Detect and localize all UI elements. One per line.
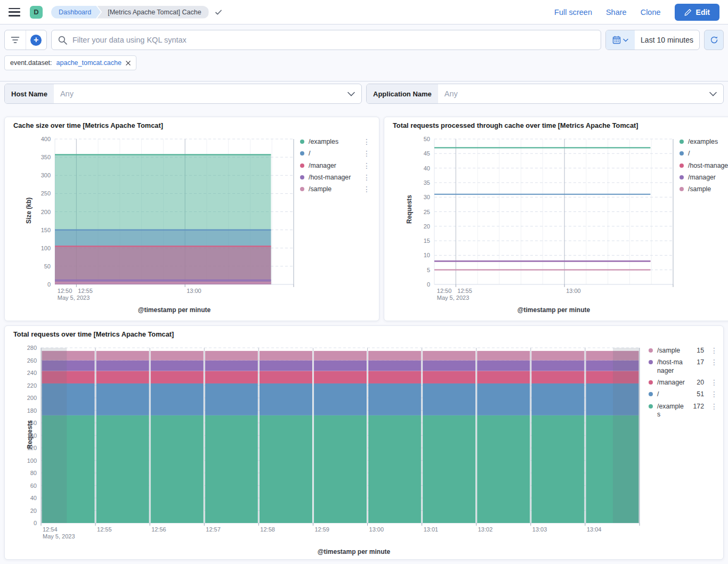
svg-text:200: 200 [41, 209, 51, 215]
legend-actions-icon[interactable]: ⋮ [708, 403, 718, 410]
legend-item[interactable]: /sample15⋮ [649, 347, 718, 355]
svg-text:13:00: 13:00 [566, 288, 581, 294]
svg-text:12:59: 12:59 [314, 526, 329, 533]
legend-actions-icon[interactable]: ⋮ [361, 162, 370, 169]
edit-button[interactable]: Edit [675, 4, 719, 21]
refresh-button[interactable] [704, 30, 724, 50]
panel-title[interactable]: Cache size over time [Metrics Apache Tom… [13, 121, 370, 129]
legend-actions-icon[interactable]: ⋮ [361, 174, 370, 181]
legend-label: /host-manager [688, 162, 728, 170]
total-requests-chart-canvas[interactable]: 0204060801001201401601802002202402602801… [13, 345, 649, 546]
legend-item[interactable]: /⋮ [300, 150, 370, 158]
svg-text:20: 20 [30, 508, 37, 514]
legend-actions-icon[interactable]: ⋮ [708, 358, 718, 366]
top-navigation-bar: D Dashboard [Metrics Apache Tomcat] Cach… [0, 0, 728, 24]
kql-query-bar[interactable] [51, 30, 601, 50]
time-range-picker: Last 10 minutes [605, 30, 700, 50]
svg-text:260: 260 [27, 357, 37, 364]
svg-text:80: 80 [30, 470, 37, 476]
breadcrumb-dashboard[interactable]: Dashboard [51, 6, 101, 19]
legend-item[interactable]: /manager⋮ [300, 162, 370, 170]
close-icon[interactable] [126, 61, 131, 66]
legend-item[interactable]: /examples172⋮ [649, 403, 718, 419]
legend-item[interactable]: /manager20⋮ [649, 379, 718, 387]
kql-query-input[interactable] [72, 36, 594, 44]
legend-value: 15 [690, 347, 704, 354]
panel-title[interactable]: Total requests over time [Metrics Apache… [13, 330, 715, 338]
breadcrumb-current-page[interactable]: [Metrics Apache Tomcat] Cache [97, 6, 209, 19]
breadcrumb: Dashboard [Metrics Apache Tomcat] Cache [51, 6, 223, 19]
legend-item[interactable]: /sample⋮ [680, 185, 728, 193]
space-avatar[interactable]: D [30, 6, 43, 19]
legend-label: /manager [688, 174, 728, 182]
panel-title[interactable]: Total requests processed through cache o… [393, 121, 728, 129]
legend-item[interactable]: /host-manager17⋮ [649, 358, 718, 375]
time-range-value[interactable]: Last 10 minutes [635, 30, 699, 50]
chevron-down-icon [623, 38, 628, 42]
svg-text:0: 0 [34, 520, 37, 526]
svg-text:45: 45 [424, 150, 430, 157]
legend-item[interactable]: /host-manager⋮ [300, 174, 370, 182]
legend-color-dot [680, 187, 684, 191]
svg-text:60: 60 [30, 483, 37, 489]
date-quick-menu-button[interactable] [606, 30, 635, 50]
share-link[interactable]: Share [606, 8, 627, 17]
cache-requests-chart-canvas[interactable]: 0510152025303540455012:50May 5, 202312:5… [407, 136, 680, 304]
cache-size-chart-canvas[interactable]: 05010015020025030035040012:50May 5, 2023… [27, 136, 300, 304]
svg-text:13:03: 13:03 [532, 526, 547, 533]
legend-actions-icon[interactable]: ⋮ [708, 379, 718, 386]
clone-link[interactable]: Clone [641, 8, 661, 17]
svg-text:25: 25 [424, 209, 430, 215]
legend-actions-icon[interactable]: ⋮ [361, 138, 370, 145]
legend-item[interactable]: /⋮ [680, 150, 728, 158]
application-name-label: Application Name [367, 84, 438, 103]
menu-icon[interactable] [9, 8, 20, 17]
y-axis-title: Requests [26, 420, 34, 449]
svg-text:35: 35 [424, 179, 430, 186]
filter-pill-field: event.dataset: [10, 59, 52, 67]
legend-item[interactable]: /sample⋮ [300, 185, 370, 193]
panel-cache-requests: Total requests processed through cache o… [384, 117, 728, 321]
host-name-control[interactable]: Host Name Any [4, 84, 362, 104]
svg-text:13:01: 13:01 [424, 526, 439, 533]
legend-actions-icon[interactable]: ⋮ [361, 150, 370, 157]
application-name-control[interactable]: Application Name Any [366, 84, 724, 104]
svg-text:12:55: 12:55 [97, 526, 112, 533]
svg-text:15: 15 [424, 238, 430, 244]
legend-actions-icon[interactable]: ⋮ [708, 390, 718, 398]
legend-item[interactable]: /examples⋮ [680, 138, 728, 146]
legend-actions-icon[interactable]: ⋮ [361, 185, 370, 193]
legend-item[interactable]: /manager⋮ [680, 174, 728, 182]
y-axis-title: Size (kb) [25, 198, 33, 224]
filter-button-group: + [4, 30, 47, 50]
legend-label: /sample [657, 347, 686, 355]
svg-text:12:56: 12:56 [151, 526, 166, 533]
svg-text:May 5, 2023: May 5, 2023 [437, 295, 470, 301]
svg-text:10: 10 [424, 252, 430, 258]
full-screen-link[interactable]: Full screen [554, 8, 592, 17]
legend-color-dot [649, 360, 653, 364]
legend-value: 20 [690, 379, 704, 386]
filter-pill-value: apache_tomcat.cache [56, 59, 122, 67]
unified-search-bar: + Last 10 minutes event.dataset: apache_… [0, 24, 728, 81]
legend-item[interactable]: /examples⋮ [300, 138, 370, 146]
svg-text:12:50: 12:50 [437, 288, 452, 294]
filter-pill-event-dataset[interactable]: event.dataset: apache_tomcat.cache [4, 55, 136, 70]
legend-label: /host-manager [309, 174, 357, 182]
legend-color-dot [649, 348, 653, 353]
x-axis-title: @timestamp per minute [417, 306, 690, 314]
svg-text:12:50: 12:50 [58, 288, 72, 294]
legend-item[interactable]: /51⋮ [649, 390, 718, 398]
legend-value: 172 [690, 403, 704, 410]
svg-text:May 5, 2023: May 5, 2023 [58, 295, 90, 301]
svg-text:0: 0 [47, 281, 51, 288]
svg-text:200: 200 [27, 395, 37, 401]
legend-actions-icon[interactable]: ⋮ [708, 347, 718, 354]
saved-query-menu-button[interactable] [5, 30, 26, 50]
add-filter-button[interactable]: + [26, 30, 47, 50]
legend-label: /manager [309, 162, 357, 170]
svg-text:350: 350 [41, 154, 51, 160]
calendar-icon [612, 36, 621, 44]
legend-item[interactable]: /host-manager⋮ [680, 162, 728, 170]
host-name-value: Any [54, 84, 341, 103]
